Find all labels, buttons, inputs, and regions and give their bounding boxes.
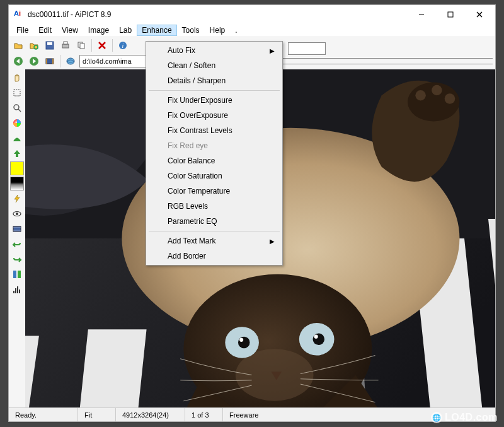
menu-clean-soften[interactable]: Clean / Soften	[147, 58, 281, 73]
svg-rect-10	[80, 44, 84, 49]
dropdown-sep	[149, 231, 280, 231]
svg-line-23	[18, 109, 21, 112]
menu-add-text-mark[interactable]: Add Text Mark▶	[147, 233, 281, 249]
menu-edit[interactable]: Edit	[33, 25, 57, 36]
path-text: d:\lo4d.com\ima	[83, 57, 132, 65]
green-dome-icon[interactable]	[10, 131, 24, 145]
delete-icon[interactable]	[95, 38, 109, 52]
compare-icon[interactable]	[10, 267, 24, 281]
redo-icon[interactable]	[10, 252, 24, 266]
marquee-tool-icon[interactable]	[10, 86, 24, 100]
menubar: File Edit View Image Lab Enhance Tools H…	[9, 24, 495, 37]
status-license: Freeware	[223, 408, 273, 421]
toolbar-sep	[112, 39, 113, 52]
print-icon[interactable]	[59, 38, 72, 52]
svg-rect-7	[62, 44, 69, 48]
svg-point-55	[314, 335, 318, 339]
save-icon[interactable]	[43, 38, 57, 52]
svg-rect-30	[13, 271, 16, 278]
toolbar-input[interactable]	[288, 42, 326, 55]
browse-folder-icon[interactable]	[27, 38, 41, 52]
menu-help[interactable]: Help	[205, 25, 231, 36]
svg-rect-32	[13, 291, 14, 293]
status-ready: Ready.	[9, 408, 78, 421]
app-window-frame: Ai dsc00011.tif - AiPICT 8.9 File Edit V…	[0, 0, 504, 427]
svg-point-45	[415, 90, 425, 100]
window-controls	[407, 6, 494, 23]
menu-tools[interactable]: Tools	[177, 25, 205, 36]
toolbar-sep	[60, 55, 60, 67]
main-window: Ai dsc00011.tif - AiPICT 8.9 File Edit V…	[8, 4, 496, 422]
side-toolbar	[9, 69, 25, 407]
hand-tool-icon[interactable]	[10, 71, 24, 85]
histogram-icon[interactable]	[10, 283, 24, 296]
menu-view[interactable]: View	[57, 25, 83, 36]
svg-point-20	[67, 58, 74, 64]
web-icon[interactable]	[64, 54, 77, 68]
minimize-button[interactable]	[407, 6, 436, 23]
svg-rect-21	[14, 90, 20, 96]
menu-enhance[interactable]: Enhance	[137, 25, 176, 36]
menu-auto-fix[interactable]: Auto Fix▶	[147, 43, 281, 58]
svg-rect-1	[448, 12, 453, 17]
menu-parametric-eq[interactable]: Parametric EQ	[147, 214, 281, 229]
svg-rect-19	[52, 59, 54, 64]
dropdown-sep	[149, 90, 280, 91]
maximize-button[interactable]	[436, 6, 465, 23]
menu-add-border[interactable]: Add Border	[147, 249, 281, 264]
zoom-tool-icon[interactable]	[10, 101, 24, 115]
svg-rect-8	[64, 42, 67, 44]
svg-point-52	[238, 337, 250, 349]
toolbar-sep	[91, 39, 92, 52]
copy-icon[interactable]	[74, 38, 88, 52]
film-icon[interactable]	[43, 54, 57, 68]
svg-point-26	[16, 213, 18, 215]
svg-rect-6	[47, 42, 52, 45]
open-folder-icon[interactable]	[11, 38, 25, 52]
menu-fix-red-eye: Fix Red eye	[147, 138, 281, 153]
menu-lab[interactable]: Lab	[114, 25, 137, 36]
up-arrow-icon[interactable]	[10, 146, 24, 160]
info-icon[interactable]: i	[116, 38, 130, 52]
submenu-arrow-icon: ▶	[270, 47, 275, 54]
enhance-dropdown: Auto Fix▶ Clean / Soften Details / Sharp…	[146, 41, 283, 266]
color-wheel-icon[interactable]	[10, 116, 24, 130]
menu-dot[interactable]: .	[230, 25, 242, 36]
menu-color-saturation[interactable]: Color Saturation	[147, 168, 281, 184]
menu-color-balance[interactable]: Color Balance	[147, 153, 281, 168]
svg-rect-27	[13, 226, 21, 231]
statusbar: Ready. Fit 4912x3264(24) 1 of 3 Freeware	[9, 407, 495, 421]
menu-fix-underexposure[interactable]: Fix UnderExposure	[147, 93, 281, 108]
status-dims: 4912x3264(24)	[116, 408, 185, 421]
forward-icon[interactable]	[27, 54, 41, 68]
watermark-text: LO4D.com	[445, 412, 498, 423]
svg-point-47	[445, 93, 455, 103]
back-icon[interactable]	[11, 54, 25, 68]
globe-icon: 🌐	[431, 412, 442, 423]
watermark: 🌐 LO4D.com	[431, 412, 498, 423]
close-button[interactable]	[465, 6, 494, 23]
eye-icon[interactable]	[10, 207, 24, 221]
window-title: dsc00011.tif - AiPICT 8.9	[28, 10, 407, 19]
toolbar-spacer	[269, 58, 493, 64]
svg-rect-39	[80, 329, 147, 407]
svg-rect-18	[46, 59, 47, 64]
svg-point-46	[432, 85, 442, 95]
menu-color-temperature[interactable]: Color Temperature	[147, 184, 281, 199]
menu-fix-overexposure[interactable]: Fix OverExposure	[147, 108, 281, 123]
filmstrip-icon[interactable]	[10, 222, 24, 236]
svg-text:i: i	[122, 42, 124, 49]
menu-details-sharpen[interactable]: Details / Sharpen	[147, 73, 281, 88]
status-fit: Fit	[78, 408, 116, 421]
svg-rect-34	[17, 286, 18, 293]
menu-image[interactable]: Image	[83, 25, 114, 36]
bolt-icon[interactable]	[10, 192, 24, 206]
gradient-icon[interactable]	[10, 177, 24, 190]
status-page: 1 of 3	[185, 408, 223, 421]
yellow-fill-icon[interactable]	[10, 161, 24, 175]
menu-rgb-levels[interactable]: RGB Levels	[147, 199, 281, 214]
menu-fix-contrast[interactable]: Fix Contrast Levels	[147, 123, 281, 138]
svg-point-54	[239, 338, 243, 342]
menu-file[interactable]: File	[11, 25, 33, 36]
undo-icon[interactable]	[10, 237, 24, 251]
